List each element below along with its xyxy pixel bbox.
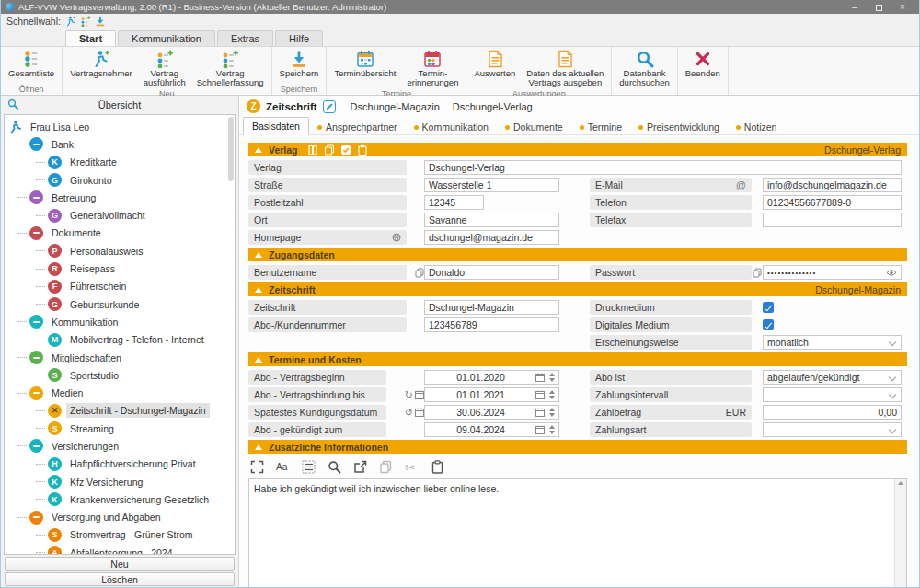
field-input-abonummer[interactable]: 123456789 xyxy=(424,317,559,332)
tree-item-frau-lisa-leo[interactable]: Frau Lisa Leo xyxy=(5,118,235,135)
tree-item-mitgliedschaften[interactable]: Mitgliedschaften xyxy=(5,349,235,366)
expand-icon[interactable] xyxy=(250,460,264,474)
person-add-icon[interactable] xyxy=(65,16,76,27)
vertragsbindung-date-input[interactable]: 01.01.2021 xyxy=(424,387,559,402)
ribbon-button-vertrag[interactable]: Vertrag Schnellerfassung xyxy=(191,49,270,88)
tree-scrollbar[interactable] xyxy=(228,117,234,181)
undo-icon[interactable]: ↺ xyxy=(405,408,413,418)
tree-item-girokonto[interactable]: GGirokonto xyxy=(5,171,235,189)
ribbon-button-beenden[interactable]: Beenden xyxy=(680,49,726,79)
tree-item-kommunikation[interactable]: Kommunikation xyxy=(5,313,235,330)
check-square-icon[interactable] xyxy=(340,144,351,156)
tree-item-bank[interactable]: Bank xyxy=(5,135,235,153)
save-icon[interactable] xyxy=(95,16,106,27)
date-spinner[interactable] xyxy=(549,408,555,417)
erscheinungsweise-select[interactable]: monatlich xyxy=(763,335,902,350)
digitales-medium-checkbox[interactable] xyxy=(763,319,774,330)
field-input-strasse[interactable]: Wasserstelle 1 xyxy=(424,178,559,192)
note-textarea[interactable]: Habe ich gekündigt weil ich inzwischen l… xyxy=(248,478,907,588)
field-input-telefon[interactable]: 01234556677889-0 xyxy=(763,195,902,210)
ribbon-button-speichern[interactable]: Speichern xyxy=(274,49,325,79)
zahlbetrag-input[interactable]: 0,00 xyxy=(763,405,902,420)
calendar-icon[interactable] xyxy=(535,408,545,417)
search-icon[interactable] xyxy=(328,460,341,474)
menu-tab-kommunikation[interactable]: Kommunikation xyxy=(118,30,215,46)
edit-icon[interactable] xyxy=(323,100,336,113)
calendar-icon[interactable] xyxy=(415,408,424,417)
section-header-zeitschrift[interactable]: Zeitschrift Dschungel-Magazin xyxy=(248,282,907,296)
menu-tab-start[interactable]: Start xyxy=(65,30,116,46)
abo-ist-select[interactable]: abgelaufen/gekündigt xyxy=(763,370,902,385)
font-icon[interactable]: Aa xyxy=(276,460,290,474)
copy-icon[interactable] xyxy=(324,144,335,156)
ribbon-button-vertrag[interactable]: Vertrag ausführlich xyxy=(138,49,191,88)
calendar-icon[interactable] xyxy=(415,390,424,399)
section-header-termine[interactable]: Termine und Kosten xyxy=(248,352,907,366)
calendar-icon[interactable] xyxy=(535,425,545,434)
tree-item-betreuung[interactable]: Betreuung xyxy=(5,189,235,206)
tab-dokumente[interactable]: Dokumente xyxy=(497,119,571,135)
field-input-zeitschrift[interactable]: Dschungel-Magazin xyxy=(424,300,559,315)
tree-item-versorgung-und-abgaben[interactable]: Versorgung und Abgaben xyxy=(5,509,235,526)
field-input-verlag[interactable]: Dschungel-Verlag xyxy=(424,160,902,175)
new-button[interactable]: Neu xyxy=(5,557,235,571)
note-scrollbar[interactable] xyxy=(894,479,906,588)
date-spinner[interactable] xyxy=(549,373,555,382)
ribbon-button-terminübersicht[interactable]: Terminübersicht xyxy=(328,49,401,79)
tree-item-streaming[interactable]: SStreaming xyxy=(5,420,235,437)
tree-item-geburtsurkunde[interactable]: GGeburtsurkunde xyxy=(5,295,235,313)
tree-item-reisepass[interactable]: RReisepass xyxy=(5,259,235,277)
close-button[interactable]: × xyxy=(891,0,914,14)
tree-item-sportstudio[interactable]: SSportstudio xyxy=(5,366,235,384)
collapse-icon[interactable] xyxy=(255,357,262,363)
tree-item-generalvollmacht[interactable]: GGeneralvollmacht xyxy=(5,206,235,224)
ribbon-button-gesamtliste[interactable]: Gesamtliste xyxy=(3,49,60,79)
tree-item-kreditkarte[interactable]: KKreditkarte xyxy=(5,154,235,171)
eye-icon[interactable] xyxy=(886,269,897,277)
field-input-ort[interactable]: Savanne xyxy=(424,213,559,227)
ribbon-button-termin-[interactable]: Termin- erinnerungen xyxy=(401,49,464,88)
tree-item-führerschein[interactable]: FFührerschein xyxy=(5,278,235,295)
collapse-icon[interactable] xyxy=(255,287,262,293)
clipboard-icon[interactable] xyxy=(357,144,368,156)
tree-item-abfallentsorgung-2024[interactable]: AAbfallentsorgung - 2024 xyxy=(5,544,235,555)
copy-icon[interactable] xyxy=(753,268,762,278)
date-spinner[interactable] xyxy=(549,425,555,434)
section-header-verlag[interactable]: Verlag Dschungel-Verlag xyxy=(248,143,907,156)
section-header-zusatzinfo[interactable]: Zusätzliche Informationen xyxy=(248,440,907,454)
paste-icon[interactable] xyxy=(431,460,444,474)
kuendigungsdatum-date-input[interactable]: 30.06.2024 xyxy=(424,405,559,420)
collapse-icon[interactable] xyxy=(255,444,262,450)
field-input-benutzername[interactable]: Donaldo xyxy=(424,265,559,280)
field-input-passwort[interactable]: •••••••••••••• xyxy=(763,265,902,280)
export-icon[interactable] xyxy=(353,460,367,474)
calendar-icon[interactable] xyxy=(535,390,545,399)
delete-button[interactable]: Löschen xyxy=(5,572,235,586)
tree-item-medien[interactable]: Medien xyxy=(5,384,235,401)
ribbon-button-daten-des-aktuellen[interactable]: Daten des aktuellen Vertrags ausgeben xyxy=(521,49,609,88)
collapse-icon[interactable] xyxy=(255,252,262,258)
tree-item-dokumente[interactable]: Dokumente xyxy=(5,225,235,242)
tree-item-zeitschrift-dschungel-magazin[interactable]: ✕Zeitschrift - Dschungel-Magazin xyxy=(5,402,235,420)
minimize-button[interactable]: – xyxy=(843,0,867,14)
refresh-icon[interactable]: ↻ xyxy=(405,390,413,400)
tree-item-mobilvertrag-telefon-internet[interactable]: MMobilvertrag - Telefon - Internet xyxy=(5,331,235,349)
tab-ansprechpartner[interactable]: Ansprechpartner xyxy=(309,119,406,135)
ribbon-button-datenbank[interactable]: Datenbank durchsuchen xyxy=(614,49,674,88)
tree-item-krankenversicherung-gesetzlich[interactable]: KKrankenversicherung Gesetzlich xyxy=(5,490,235,508)
list-add-icon[interactable] xyxy=(80,16,91,27)
tab-kommunikation[interactable]: Kommunikation xyxy=(406,119,497,135)
calendar-icon[interactable] xyxy=(535,373,545,382)
vertragsbeginn-date-input[interactable]: 01.01.2020 xyxy=(424,370,559,385)
tab-preisentwicklung[interactable]: Preisentwicklung xyxy=(630,119,728,135)
ribbon-button-auswerten[interactable]: Auswerten xyxy=(468,49,521,79)
druckmedium-checkbox[interactable] xyxy=(763,302,774,313)
book-icon[interactable] xyxy=(307,144,318,156)
field-input-email[interactable]: info@dschungelmagazin.de xyxy=(763,178,902,192)
menu-tab-extras[interactable]: Extras xyxy=(217,30,273,46)
ribbon-button-vertragsnehmer[interactable]: Vertragsnehmer xyxy=(64,49,138,79)
tree-item-stromvertrag-grüner-strom[interactable]: SStromvertrag - Grüner Strom xyxy=(5,526,235,544)
maximize-button[interactable] xyxy=(867,0,891,14)
lines-icon[interactable] xyxy=(302,460,316,474)
field-input-homepage[interactable]: dschungel@magazin.de xyxy=(424,230,559,245)
